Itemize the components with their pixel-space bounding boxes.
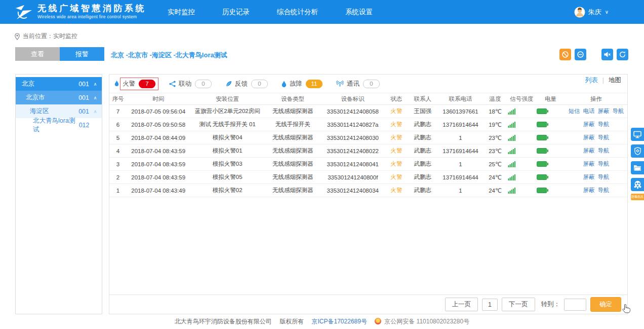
- op-link-导航[interactable]: 导航: [598, 134, 610, 140]
- column-header: 电量: [536, 93, 565, 105]
- toolbar-refresh-button[interactable]: [617, 49, 628, 60]
- side-tool-gas-mask-button[interactable]: [631, 178, 644, 191]
- filter-label: 反馈: [235, 80, 248, 88]
- op-link-导航[interactable]: 导航: [598, 187, 610, 193]
- op-link-导航[interactable]: 导航: [598, 161, 610, 167]
- table-row: 72018-07-05 09:56:04蓝旗营小区2单元202房间无线感烟探测器…: [109, 105, 627, 118]
- battery-icon: [537, 174, 565, 180]
- op-link-导航[interactable]: 导航: [598, 148, 610, 154]
- toolbar-ban-button[interactable]: [559, 49, 571, 60]
- op-link-屏蔽[interactable]: 屏蔽: [583, 187, 595, 193]
- cell-device-type: 无线感烟探测器: [265, 171, 320, 184]
- cell-contact: 武鹏志: [408, 118, 437, 131]
- cell-temperature: 24℃: [484, 171, 507, 184]
- op-link-短信[interactable]: 短信: [569, 108, 580, 114]
- op-link-屏蔽[interactable]: 屏蔽: [583, 121, 595, 127]
- location-pin-icon: [14, 33, 20, 40]
- icp-link[interactable]: 京ICP备17022689号: [312, 318, 367, 325]
- cell-time: 2018-07-05 09:56:04: [127, 105, 190, 118]
- tree-item-label: 海淀区: [30, 107, 49, 116]
- alarm-toolbar: [559, 49, 628, 60]
- filter-label: 故障: [290, 80, 302, 88]
- status-badge: 火警: [390, 174, 402, 180]
- app-title-block: 无线广域智慧消防系统 Wireless wide area intelligen…: [37, 4, 146, 19]
- tree-item-1[interactable]: 北京001∧: [16, 77, 102, 91]
- status-badge: 火警: [390, 161, 402, 167]
- cell-device-id: 3353012412408030: [320, 131, 385, 144]
- op-link-导航[interactable]: 导航: [598, 121, 610, 127]
- tab-1[interactable]: 查看: [15, 47, 60, 61]
- op-link-屏蔽[interactable]: 屏蔽: [598, 108, 610, 114]
- mute-icon: [603, 51, 611, 58]
- user-name: 朱庆: [588, 8, 601, 17]
- toolbar-mute-button[interactable]: [601, 49, 613, 60]
- cell-temperature: 25℃: [484, 158, 507, 171]
- cell-time: 2018-07-04 08:44:09: [127, 131, 190, 144]
- cell-location: 模拟火警02: [190, 184, 265, 197]
- footer-copyright: 版权所有: [279, 318, 304, 325]
- region-tree-sidebar: 北京001∧北京市001∧海淀区001∧北大青鸟lora测试012: [15, 74, 102, 314]
- cell-battery: [536, 184, 565, 197]
- side-tool-tag[interactable]: 防毒面具: [631, 194, 644, 200]
- flame-icon: [113, 80, 120, 88]
- chevron-up-icon: ∧: [93, 95, 98, 100]
- op-link-屏蔽[interactable]: 屏蔽: [583, 134, 595, 140]
- toolbar-circle-minus-button[interactable]: [575, 49, 586, 60]
- alarm-table-head: 序号时间安装位置设备类型设备标识状态联系人联系电话温度信号强度电量操作: [109, 93, 627, 105]
- fault-icon: [281, 80, 287, 88]
- cell-status: 火警: [385, 131, 408, 144]
- table-row: 12018-07-04 08:43:49模拟火警02无线感烟探测器3353012…: [109, 184, 627, 197]
- filter-2[interactable]: 联动0: [169, 78, 215, 90]
- cell-operations: 屏蔽导航: [565, 144, 627, 158]
- nav-item-3[interactable]: 综合统计分析: [277, 8, 318, 17]
- battery-icon: [537, 188, 565, 193]
- cell-time: 2018-07-04 08:43:59: [127, 158, 190, 171]
- op-link-导航[interactable]: 导航: [613, 108, 624, 114]
- prev-page-button[interactable]: 上一页: [445, 298, 478, 311]
- list-view-link[interactable]: 列表: [585, 76, 598, 85]
- cell-phone: 13716914644: [438, 118, 484, 131]
- side-tool-shield-gear-button[interactable]: [631, 144, 644, 158]
- ban-icon: [561, 51, 569, 58]
- op-link-屏蔽[interactable]: 屏蔽: [583, 148, 595, 154]
- filter-5[interactable]: 通讯0: [336, 78, 383, 90]
- filter-selection-box: 通讯0: [344, 78, 383, 90]
- cell-seq: 3: [109, 158, 127, 171]
- op-link-电话[interactable]: 电话: [583, 108, 595, 114]
- pagination: 上一页 1 下一页 转到： 确定: [109, 295, 627, 314]
- status-badge: 火警: [390, 108, 402, 114]
- filter-1[interactable]: 火警7: [113, 78, 158, 90]
- filter-4[interactable]: 故障11: [281, 78, 326, 90]
- app-logo-icon: [13, 4, 33, 21]
- column-header: 状态: [385, 93, 408, 105]
- column-header: 序号: [109, 93, 127, 105]
- tree-item-2[interactable]: 北京市001∧: [16, 91, 102, 104]
- op-link-导航[interactable]: 导航: [598, 174, 610, 180]
- tree-item-4[interactable]: 北大青鸟lora测试012: [16, 118, 102, 132]
- filter-3[interactable]: 反馈0: [225, 78, 271, 90]
- cell-location: 测试 无线手报开关 01: [190, 118, 265, 131]
- user-menu[interactable]: 朱庆 ∨: [574, 7, 609, 18]
- column-header: 联系人: [408, 93, 437, 105]
- cell-seq: 1: [109, 184, 127, 197]
- page-number[interactable]: 1: [482, 299, 498, 311]
- nav-item-1[interactable]: 实时监控: [168, 8, 195, 17]
- cell-contact: 王国强: [408, 105, 437, 118]
- battery-icon: [537, 122, 565, 127]
- tab-2[interactable]: 报警: [60, 47, 104, 61]
- side-tool-monitor-button[interactable]: [631, 128, 644, 141]
- map-view-link[interactable]: 地图: [609, 76, 621, 85]
- goto-page-input[interactable]: [564, 299, 586, 311]
- side-tool-folder-button[interactable]: [631, 161, 644, 174]
- cell-battery: [536, 171, 565, 184]
- confirm-button[interactable]: 确定: [590, 297, 621, 312]
- cell-location: 蓝旗营小区2单元202房间: [190, 105, 265, 118]
- op-link-屏蔽[interactable]: 屏蔽: [583, 161, 595, 167]
- alarm-panel: 火警7联动0反馈0故障11通讯0 列表 | 地图 序号时间安装位置设备类型设备标…: [109, 74, 628, 314]
- nav-item-4[interactable]: 系统设置: [345, 8, 373, 17]
- op-link-屏蔽[interactable]: 屏蔽: [583, 174, 595, 180]
- column-header: 温度: [484, 93, 507, 105]
- next-page-button[interactable]: 下一页: [502, 298, 535, 311]
- signal-strength-icon: [508, 161, 536, 167]
- nav-item-2[interactable]: 历史记录: [222, 8, 250, 17]
